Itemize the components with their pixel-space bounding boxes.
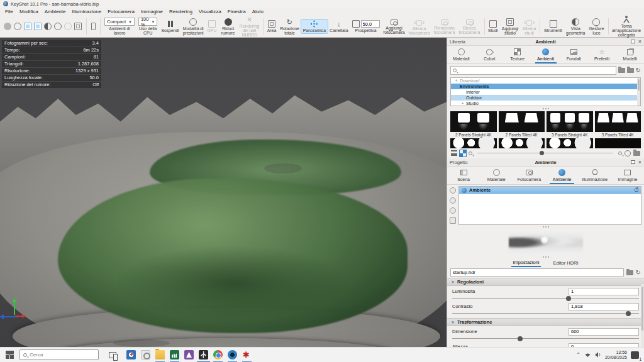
return-to-linked-app-button[interactable]: Torna all'applicazione collegata (610, 15, 643, 38)
folder-add-icon[interactable] (627, 68, 634, 73)
env-thumb-2-panels-straight[interactable]: 2 Panels Straight 4K (450, 111, 497, 138)
menu-aiuto[interactable]: Aiuto (249, 9, 267, 14)
tree-item-outdoor[interactable]: Outdoor (451, 95, 640, 101)
tab-scena[interactable]: Scena (447, 167, 480, 184)
tab-fotocamera[interactable]: Fotocamera (513, 167, 545, 184)
menu-modifica[interactable]: Modifica (16, 9, 42, 14)
lock-icon[interactable] (635, 189, 638, 192)
menu-illuminazione[interactable]: Illuminazione (69, 9, 104, 14)
env-thumb-partial-4[interactable] (595, 138, 641, 148)
pause-button[interactable]: Sospendi (159, 19, 180, 33)
taskbar-search-input[interactable] (30, 352, 86, 358)
region-render-icon[interactable] (14, 23, 21, 30)
list-view-icon[interactable] (451, 150, 457, 156)
move-tool-icon[interactable] (91, 23, 96, 30)
library-search-input[interactable] (458, 67, 614, 74)
tree-scrollbar[interactable] (637, 78, 640, 106)
taskbar-app-spreadsheet[interactable] (167, 348, 182, 362)
thumbnail-size-slider[interactable] (477, 150, 613, 156)
menu-immagine[interactable]: Immagine (138, 9, 166, 14)
render-icon[interactable] (44, 23, 52, 30)
taskbar-app-blue-sphere[interactable] (225, 348, 240, 362)
tools-button[interactable]: Strumenti (542, 19, 564, 33)
menu-ambiente[interactable]: Ambiente (42, 9, 69, 14)
cpu-usage-select[interactable]: 100 %▼ (138, 18, 157, 26)
tree-item-interior[interactable]: Interior (451, 89, 640, 95)
taskbar-clock[interactable]: 13:56 20/08/2025 (605, 350, 627, 360)
nurbs-render-button[interactable]: ✕ Rendering dei dati NURBS (238, 15, 261, 38)
dolly-button[interactable]: ↓ Carrellata (328, 19, 350, 33)
menu-fotocamera[interactable]: Fotocamera (104, 9, 138, 14)
subtab-editor-hdri[interactable]: Editor HDRI (552, 260, 580, 266)
delete-environment-icon[interactable] (450, 217, 456, 224)
size-field[interactable] (569, 328, 639, 336)
tab-materiali[interactable]: Materiali (447, 46, 475, 63)
env-thumb-partial-2[interactable] (499, 138, 545, 148)
upload-icon[interactable] (625, 150, 631, 156)
pan-button[interactable]: Panoramica (301, 19, 328, 33)
tab-immagine[interactable]: Immagine (611, 167, 644, 184)
brightness-slider[interactable] (452, 295, 639, 301)
reload-hdr-icon[interactable]: ↻ (636, 270, 641, 276)
env-thumb-3-panels-tilted[interactable]: 3 Panels Tilted 4K (595, 111, 641, 138)
tab-texture[interactable]: Texture (503, 46, 531, 63)
performance-mode-button[interactable]: Modalità di prestazioni (181, 18, 206, 36)
taskbar-app-mesh-tool[interactable] (240, 348, 254, 362)
tab-preferiti[interactable]: ☆Preferiti (588, 46, 616, 63)
menu-file[interactable]: File (2, 9, 16, 14)
browse-folder-icon[interactable] (626, 270, 633, 275)
undock-icon[interactable] (631, 160, 635, 164)
screenshot-icon[interactable] (74, 23, 82, 30)
focal-length-field[interactable] (361, 20, 380, 28)
duplicate-environment-icon[interactable] (450, 197, 456, 204)
project-scrollbar[interactable] (641, 284, 644, 347)
area-button[interactable]: Area (265, 19, 278, 33)
notification-center-icon[interactable]: 1 (631, 351, 639, 359)
add-camera-button[interactable]: Aggiungi fotocamera (382, 18, 407, 35)
add-studio-button[interactable]: Aggiungi studio (500, 18, 521, 36)
taskbar-app-3d-tool[interactable] (182, 348, 196, 362)
tab-ambienti[interactable]: Ambienti (531, 46, 560, 63)
tree-item-download[interactable]: +Download (451, 78, 640, 84)
close-icon[interactable]: × (638, 160, 641, 165)
settings-gear-icon[interactable] (54, 23, 62, 30)
tray-expand-icon[interactable]: ⌃ (576, 352, 580, 358)
denoise-button[interactable]: Riduci rumore (218, 18, 238, 36)
taskbar-app-photos[interactable] (138, 348, 153, 362)
section-regolazioni[interactable]: ▼ Regolazioni (447, 278, 644, 286)
hdri-preview-image[interactable] (509, 229, 583, 253)
light-manager-button[interactable]: Gestore luce (587, 18, 606, 36)
contrast-field[interactable] (569, 303, 639, 310)
taskbar-search-box[interactable] (19, 349, 99, 360)
hdr-file-input[interactable] (450, 268, 624, 277)
animation-icon[interactable] (64, 23, 72, 30)
tab-fondali[interactable]: Fondali (560, 46, 588, 63)
lock-camera-button[interactable]: Blocca fotocamera (457, 18, 482, 35)
tree-item-studio[interactable]: +Studio (451, 101, 640, 106)
project-panel-toggle-icon[interactable] (34, 23, 42, 30)
zoom-out-icon[interactable] (469, 151, 472, 155)
tree-item-environments[interactable]: -Environments (451, 84, 640, 89)
tumble-button[interactable]: ↻ Rotazione totale (278, 18, 301, 36)
task-view-icon[interactable] (109, 352, 116, 358)
cycle-studios-button[interactable]: ‹▢› Alterna studi (521, 18, 538, 36)
tab-modelli[interactable]: Modelli (616, 46, 644, 63)
tab-illuminazione[interactable]: Illuminazione (579, 167, 611, 184)
import-folder-icon[interactable] (633, 151, 640, 156)
menu-finestra[interactable]: Finestra (225, 9, 249, 14)
env-thumb-partial-1[interactable] (450, 138, 497, 148)
3d-viewport[interactable]: Fotogrammi per sec:3.4 Tempo:6m 22s Camp… (0, 38, 447, 347)
env-thumb-2-panels-tilted[interactable]: 2 Panels Tilted 4K (499, 111, 545, 138)
gpu-button[interactable]: GPU (206, 19, 219, 33)
folder-search-icon[interactable] (618, 68, 625, 73)
studios-button[interactable]: Studi (486, 19, 500, 33)
start-button-icon[interactable] (6, 351, 14, 359)
taskbar-app-browser[interactable] (124, 348, 138, 362)
library-panel-toggle-icon[interactable] (24, 23, 31, 30)
cpu-indicator-icon[interactable] (4, 23, 11, 30)
library-search-box[interactable] (450, 66, 616, 75)
geometry-view-button[interactable]: Vista geometria (564, 18, 587, 36)
environment-list-item[interactable]: Ambiente (459, 187, 641, 194)
undock-icon[interactable] (631, 40, 635, 43)
copy-environment-icon[interactable] (450, 207, 456, 214)
